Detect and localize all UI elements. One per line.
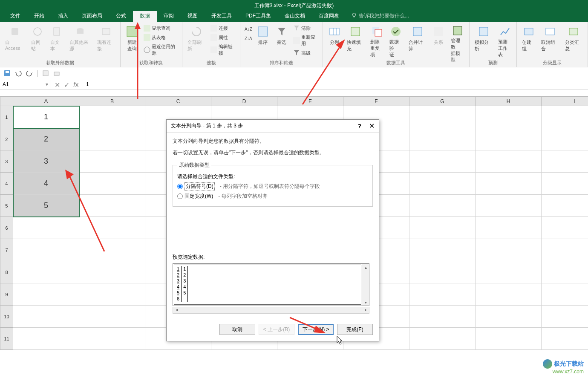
cell[interactable] bbox=[13, 283, 79, 306]
cell[interactable]: 1 bbox=[13, 106, 79, 128]
redo-icon[interactable] bbox=[26, 69, 33, 77]
cell[interactable] bbox=[542, 106, 588, 128]
cell[interactable] bbox=[542, 128, 588, 150]
cancel-icon[interactable]: ✕ bbox=[55, 81, 61, 88]
new-query-button[interactable]: 新建 查询 bbox=[123, 24, 141, 59]
row-header[interactable]: 10 bbox=[0, 306, 13, 328]
radio-fixed-width[interactable]: 固定宽度(W) bbox=[177, 193, 213, 200]
cell[interactable] bbox=[79, 195, 145, 217]
cell[interactable] bbox=[409, 239, 476, 261]
show-query-button[interactable]: 显示查询 bbox=[142, 24, 179, 32]
from-access-button[interactable]: 自 Access bbox=[3, 24, 28, 59]
row-header[interactable]: 4 bbox=[0, 173, 13, 195]
vertical-scrollbar[interactable]: ▴▾ bbox=[362, 264, 369, 306]
finish-button[interactable]: 完成(F) bbox=[337, 324, 373, 335]
sort-asc-button[interactable]: A↓Z bbox=[243, 24, 253, 32]
sort-desc-button[interactable]: Z↓A bbox=[243, 33, 253, 42]
column-header[interactable]: C bbox=[145, 97, 211, 106]
cell[interactable] bbox=[13, 306, 79, 328]
cell[interactable] bbox=[476, 328, 542, 350]
name-box[interactable]: A1 ▾ bbox=[0, 80, 51, 89]
cell[interactable]: 4 bbox=[13, 173, 79, 195]
row-header[interactable]: 11 bbox=[0, 328, 13, 350]
cell[interactable] bbox=[476, 106, 542, 128]
cell[interactable] bbox=[542, 328, 588, 350]
horizontal-scrollbar[interactable]: ◂▸ bbox=[173, 307, 369, 314]
column-header[interactable]: H bbox=[476, 97, 542, 106]
cell[interactable] bbox=[476, 261, 542, 283]
tab-kingsoft[interactable]: 金山文档 bbox=[278, 10, 312, 22]
row-header[interactable]: 7 bbox=[0, 239, 13, 261]
from-table-button[interactable]: 从表格 bbox=[142, 33, 179, 42]
column-header[interactable]: A bbox=[13, 97, 79, 106]
tab-file[interactable]: 文件 bbox=[3, 10, 27, 22]
tab-baidu[interactable]: 百度网盘 bbox=[312, 10, 346, 22]
properties-button[interactable]: 属性 bbox=[209, 33, 237, 42]
confirm-icon[interactable]: ✓ bbox=[64, 81, 71, 88]
column-header[interactable]: I bbox=[542, 97, 588, 106]
cell[interactable] bbox=[542, 150, 588, 173]
cell[interactable] bbox=[79, 239, 145, 261]
cell[interactable] bbox=[542, 261, 588, 283]
close-button[interactable] bbox=[567, 1, 585, 10]
cell[interactable] bbox=[476, 217, 542, 239]
dialog-titlebar[interactable]: 文本分列向导 - 第 1 步，共 3 步 ? ✕ bbox=[167, 120, 379, 133]
column-header[interactable]: G bbox=[409, 97, 476, 106]
cell[interactable] bbox=[13, 217, 79, 239]
print-icon[interactable] bbox=[53, 69, 61, 77]
cell[interactable] bbox=[409, 328, 476, 350]
save-icon[interactable] bbox=[3, 69, 11, 77]
row-header[interactable]: 6 bbox=[0, 217, 13, 239]
tell-me-search[interactable]: 告诉我您想要做什么... bbox=[346, 10, 414, 22]
cell[interactable] bbox=[13, 239, 79, 261]
remove-duplicates-button[interactable]: 删除 重复项 bbox=[368, 24, 386, 59]
row-header[interactable]: 8 bbox=[0, 261, 13, 283]
tab-view[interactable]: 视图 bbox=[181, 10, 205, 22]
maximize-button[interactable] bbox=[548, 1, 566, 10]
sort-button[interactable]: 排序 bbox=[254, 24, 272, 59]
relationships-button[interactable]: 关系 bbox=[429, 24, 447, 59]
radio-delimited[interactable]: 分隔符号(D) bbox=[177, 182, 215, 190]
cell[interactable] bbox=[79, 106, 145, 128]
recent-sources-button[interactable]: 最近使用的源 bbox=[142, 43, 179, 57]
from-web-button[interactable]: 自网站 bbox=[29, 24, 47, 59]
column-header[interactable]: D bbox=[211, 97, 277, 106]
data-model-button[interactable]: 管理数 据模型 bbox=[448, 24, 467, 59]
clear-filter-button[interactable]: 清除 bbox=[291, 24, 320, 32]
paste-icon[interactable] bbox=[42, 69, 49, 77]
cell[interactable] bbox=[409, 150, 476, 173]
tab-data[interactable]: 数据 bbox=[133, 10, 157, 22]
column-header[interactable]: E bbox=[277, 97, 343, 106]
cell[interactable] bbox=[409, 283, 476, 306]
cell[interactable] bbox=[79, 283, 145, 306]
consolidate-button[interactable]: 合并计算 bbox=[406, 24, 429, 59]
connections-button[interactable]: 连接 bbox=[209, 24, 237, 32]
row-header[interactable]: 9 bbox=[0, 283, 13, 306]
cell[interactable] bbox=[79, 261, 145, 283]
tab-insert[interactable]: 插入 bbox=[51, 10, 75, 22]
advanced-filter-button[interactable]: 高级 bbox=[291, 49, 320, 57]
subtotal-button[interactable]: 分类汇总 bbox=[562, 24, 585, 59]
fx-icon[interactable]: fx bbox=[73, 81, 80, 88]
cell[interactable]: 2 bbox=[13, 128, 79, 150]
cell[interactable] bbox=[542, 217, 588, 239]
cell[interactable] bbox=[542, 239, 588, 261]
cell[interactable] bbox=[409, 195, 476, 217]
cancel-button[interactable]: 取消 bbox=[219, 324, 255, 335]
cell[interactable] bbox=[79, 128, 145, 150]
column-header[interactable]: F bbox=[343, 97, 409, 106]
cell[interactable] bbox=[542, 195, 588, 217]
close-icon[interactable]: ✕ bbox=[369, 122, 375, 130]
data-validation-button[interactable]: 数据验 证 bbox=[387, 24, 405, 59]
next-button[interactable]: 下一步(N) > bbox=[298, 324, 334, 335]
tab-pdf[interactable]: PDF工具集 bbox=[239, 10, 278, 22]
tab-review[interactable]: 审阅 bbox=[157, 10, 181, 22]
cell[interactable] bbox=[409, 306, 476, 328]
from-text-button[interactable]: 自文本 bbox=[48, 24, 66, 59]
filter-button[interactable]: 筛选 bbox=[273, 24, 291, 59]
cell[interactable] bbox=[476, 239, 542, 261]
cell[interactable] bbox=[476, 128, 542, 150]
tab-dev[interactable]: 开发工具 bbox=[205, 10, 239, 22]
formula-input[interactable] bbox=[84, 81, 588, 87]
forecast-sheet-button[interactable]: 预测 工作表 bbox=[496, 24, 514, 59]
